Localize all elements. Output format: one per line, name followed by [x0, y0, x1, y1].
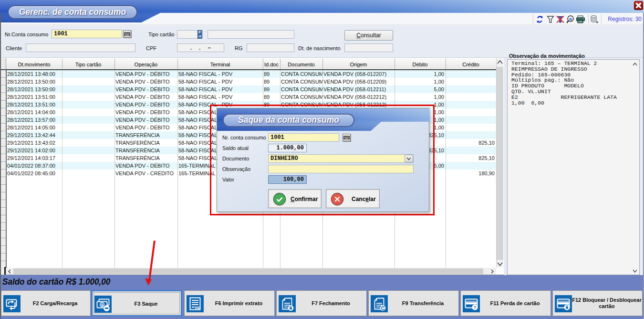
svg-text:?: ? [474, 305, 477, 310]
svg-text:$: $ [101, 303, 104, 307]
svg-text:R$: R$ [195, 306, 200, 310]
svg-text:n: n [569, 16, 572, 21]
